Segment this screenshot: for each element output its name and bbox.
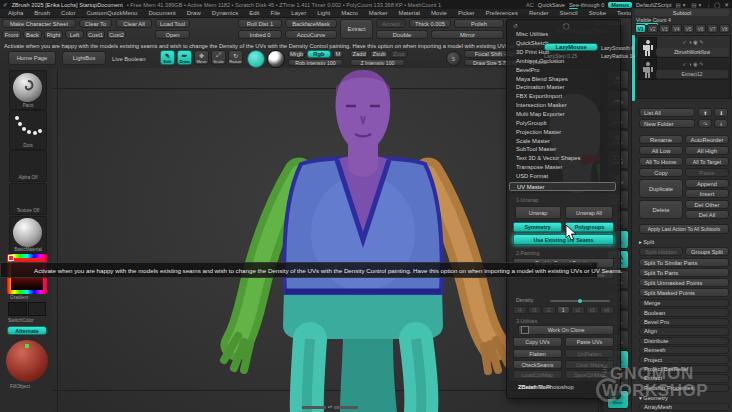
copy-button[interactable]: Copy	[639, 168, 683, 177]
split-action-button[interactable]: Split To Parts	[639, 268, 729, 277]
subtool-view-tab[interactable]: V7	[707, 24, 718, 33]
alternate-button[interactable]: Alternate	[7, 326, 47, 335]
copy-uvs-button[interactable]: Copy UVs	[513, 337, 562, 347]
del-all-button[interactable]: Del All	[685, 210, 729, 219]
tool-section-row[interactable]: Project BasRelief	[639, 365, 729, 373]
subtool-name[interactable]: ZbrushWorkflow	[656, 48, 728, 56]
subtool-item-active[interactable]: ✓ ◑ ◉ ✎ ZbrushWorkflow	[636, 36, 730, 58]
view-button[interactable]: Cust2	[107, 30, 126, 39]
menu-item[interactable]: Render	[527, 10, 551, 16]
unwrap-all-button[interactable]: Unwrap All	[565, 206, 613, 219]
lazyradius-slider[interactable]: LazyRadius 14	[601, 53, 635, 59]
fill-object-label[interactable]: FillObject	[10, 384, 30, 389]
menu-item[interactable]: Layer	[289, 10, 308, 16]
zplugin-menu-item[interactable]: USD Format	[507, 172, 620, 181]
density-slider[interactable]	[550, 300, 610, 302]
move-mode-button[interactable]: ✥Move	[194, 50, 209, 65]
canvas-scrollbar[interactable]: ▴▾	[302, 405, 358, 410]
zplugin-footer-item[interactable]: ZColor	[509, 382, 616, 391]
clear-all-button[interactable]: Clear All	[116, 19, 152, 28]
subtool-view-tab[interactable]: V4	[671, 24, 682, 33]
lazystep-slider[interactable]: LazyStep 0.25	[544, 53, 577, 59]
zplugin-menu-item[interactable]: Maya Blend Shapes	[507, 74, 620, 83]
geometry-section-header[interactable]: ▾ Geometry	[639, 395, 668, 401]
density-slider-label[interactable]: Density	[516, 297, 533, 303]
all-to-home-button[interactable]: All To Home	[639, 157, 683, 166]
all-high-button[interactable]: All High	[685, 146, 729, 155]
split-action-button[interactable]: Split To Similar Parts	[639, 258, 729, 267]
unwrap-button[interactable]: Unwrap	[515, 206, 561, 219]
density-multiplier-button[interactable]: x4	[600, 306, 614, 314]
tool-section-row[interactable]: Bevel Pro	[639, 318, 729, 326]
density-multiplier-button[interactable]: /2	[542, 306, 556, 314]
menu-item[interactable]: Picker	[456, 10, 477, 16]
duplicate-button[interactable]: Duplicate	[639, 179, 683, 198]
view-button[interactable]: Left	[65, 30, 84, 39]
rgb-button[interactable]: Rgb	[307, 50, 331, 58]
alpha-thumbnail[interactable]: Alpha Off	[9, 150, 47, 182]
m-button[interactable]: M	[333, 50, 343, 58]
tool-section-row[interactable]: Redshift Properties	[639, 384, 729, 392]
split-action-button[interactable]: Split Unmasked Points	[639, 278, 729, 287]
view-button[interactable]: Right	[44, 30, 63, 39]
split-action-button[interactable]: Split Masked Points	[639, 288, 729, 297]
move-up-button[interactable]: ⬆	[698, 108, 712, 117]
all-to-target-button[interactable]: All To Target	[685, 157, 729, 166]
dynamic-label[interactable]: Dynamic	[529, 60, 547, 65]
subtool-view-tab[interactable]: V5	[683, 24, 694, 33]
extract-button[interactable]: Extract	[340, 19, 373, 39]
tool-section-row[interactable]: Project	[639, 355, 729, 363]
zplugin-menu-item[interactable]: FBX ExportImport	[507, 92, 620, 101]
lazysmooth-slider[interactable]: LazySmooth 0	[601, 45, 634, 51]
imbed-slider[interactable]: Imbed 0	[238, 30, 282, 39]
menus-button[interactable]: Menus	[608, 2, 632, 8]
menu-pin-icon[interactable]: ↺	[513, 22, 518, 29]
split-section-header[interactable]: ▸ Split	[639, 239, 654, 245]
zplugin-menu-item[interactable]: Scale Master	[507, 136, 620, 145]
menu-item[interactable]: Marker	[367, 10, 390, 16]
lightbox-button[interactable]: LightBox	[62, 51, 106, 65]
mrgb-button[interactable]: Mrgb	[288, 50, 305, 58]
close-button[interactable]: ✕	[724, 2, 729, 8]
gradient-label[interactable]: Gradient	[10, 295, 28, 300]
see-through-slider[interactable]: See-through 0	[569, 2, 604, 8]
menu-item[interactable]: Stencil	[558, 10, 580, 16]
zsub-button[interactable]: Zsub	[370, 50, 388, 58]
download-icon[interactable]: ↓	[707, 2, 710, 8]
delete-button[interactable]: Delete	[639, 200, 683, 219]
stroke-thumbnail[interactable]: Dots	[9, 110, 47, 150]
subtool-view-tab[interactable]: V3	[659, 24, 670, 33]
double-button[interactable]: Double	[376, 30, 428, 39]
menu-item[interactable]: Movie	[429, 10, 449, 16]
thick-slider[interactable]: Thick 0.005	[409, 19, 451, 28]
circle-icon[interactable]: ◯	[714, 2, 720, 8]
switch-color-swatches[interactable]	[8, 302, 46, 316]
tool-section-row[interactable]: Align	[639, 327, 729, 335]
new-folder-button[interactable]: New Folder	[639, 119, 695, 128]
menu-item[interactable]: Alpha	[6, 10, 25, 16]
density-multiplier-button[interactable]: x2	[571, 306, 585, 314]
menu-item[interactable]: Dynamics	[210, 10, 240, 16]
zplugin-menu-item[interactable]: Projection Master	[507, 127, 620, 136]
append-button[interactable]: Append	[685, 179, 729, 188]
rename-button[interactable]: Rename	[639, 135, 683, 144]
uv-master-menu-item[interactable]: UV Master	[509, 182, 616, 191]
zadd-button[interactable]: Zadd	[350, 50, 368, 58]
doc-nav-icons[interactable]: ▤▾ ▤▾	[676, 2, 704, 8]
edit-mode-button[interactable]: ✎Edit	[160, 50, 175, 65]
zplugin-menu-item[interactable]: SubTool Master	[507, 145, 620, 154]
z-intensity-slider[interactable]: Z Intensity 100	[350, 59, 405, 66]
menu-item[interactable]: Macro	[339, 10, 360, 16]
insert-button[interactable]: Insert	[685, 189, 729, 198]
quicksave-button[interactable]: QuickSave	[538, 2, 565, 8]
tool-section-row[interactable]: Merge	[639, 299, 729, 307]
zplugin-menu-item[interactable]: Misc Utilities	[507, 30, 620, 39]
menu-item[interactable]: File	[268, 10, 282, 16]
current-color-swatch[interactable]	[247, 50, 265, 68]
zplugin-menu-item[interactable]: BevelPro	[507, 65, 620, 74]
accucurve-button[interactable]: AccuCurve	[285, 30, 337, 39]
zplugin-menu-item[interactable]: Decimation Master	[507, 83, 620, 92]
menu-item[interactable]: Edit	[247, 10, 261, 16]
rotate-mode-button[interactable]: ↻Rotate	[228, 50, 243, 65]
menu-item[interactable]: CustomQuickMenu	[84, 10, 139, 16]
